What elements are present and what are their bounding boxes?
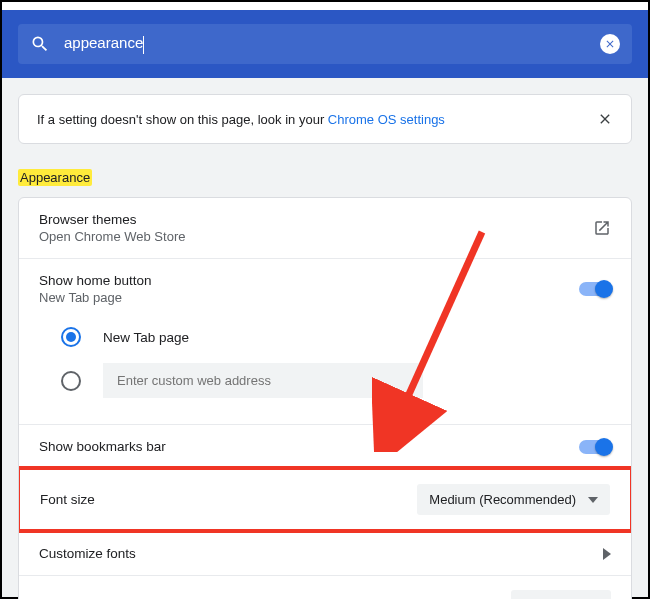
customize-fonts-row[interactable]: Customize fonts bbox=[19, 531, 631, 576]
chrome-os-settings-link[interactable]: Chrome OS settings bbox=[328, 112, 445, 127]
appearance-card: Browser themes Open Chrome Web Store Sho… bbox=[18, 197, 632, 599]
bookmarks-bar-row: Show bookmarks bar bbox=[19, 425, 631, 469]
close-icon bbox=[597, 111, 613, 127]
external-link-icon bbox=[593, 219, 611, 237]
themes-title: Browser themes bbox=[39, 212, 593, 227]
new-tab-radio[interactable] bbox=[61, 327, 81, 347]
close-icon bbox=[604, 38, 616, 50]
banner-text: If a setting doesn't show on this page, … bbox=[37, 112, 328, 127]
new-tab-radio-label: New Tab page bbox=[103, 330, 189, 345]
search-box[interactable]: appearance bbox=[18, 24, 632, 64]
search-input[interactable]: appearance bbox=[64, 34, 600, 53]
chevron-down-icon bbox=[588, 497, 598, 503]
search-icon bbox=[30, 34, 50, 54]
font-size-row: Font size Medium (Recommended) bbox=[20, 470, 630, 529]
custom-url-input[interactable] bbox=[103, 363, 423, 398]
chevron-right-icon bbox=[603, 548, 611, 560]
home-button-row: Show home button New Tab page bbox=[19, 259, 631, 311]
font-size-dropdown[interactable]: Medium (Recommended) bbox=[417, 484, 610, 515]
themes-sub: Open Chrome Web Store bbox=[39, 229, 593, 244]
font-size-title: Font size bbox=[40, 492, 417, 507]
custom-url-radio[interactable] bbox=[61, 371, 81, 391]
fonts-title: Customize fonts bbox=[39, 546, 603, 561]
browser-themes-row[interactable]: Browser themes Open Chrome Web Store bbox=[19, 198, 631, 259]
font-size-highlight: Font size Medium (Recommended) bbox=[18, 466, 632, 533]
font-size-value: Medium (Recommended) bbox=[429, 492, 576, 507]
search-header: appearance bbox=[2, 10, 648, 78]
home-button-title: Show home button bbox=[39, 273, 579, 288]
info-banner: If a setting doesn't show on this page, … bbox=[18, 94, 632, 144]
banner-close-button[interactable] bbox=[597, 111, 613, 127]
page-zoom-row: Page zoom 100% bbox=[19, 576, 631, 599]
section-title: Appearance bbox=[18, 170, 92, 185]
bookmarks-title: Show bookmarks bar bbox=[39, 439, 579, 454]
clear-search-button[interactable] bbox=[600, 34, 620, 54]
home-button-toggle[interactable] bbox=[579, 282, 611, 296]
bookmarks-toggle[interactable] bbox=[579, 440, 611, 454]
page-zoom-dropdown[interactable]: 100% bbox=[511, 590, 611, 599]
home-button-sub: New Tab page bbox=[39, 290, 579, 305]
home-button-radio-group: New Tab page bbox=[19, 311, 631, 425]
